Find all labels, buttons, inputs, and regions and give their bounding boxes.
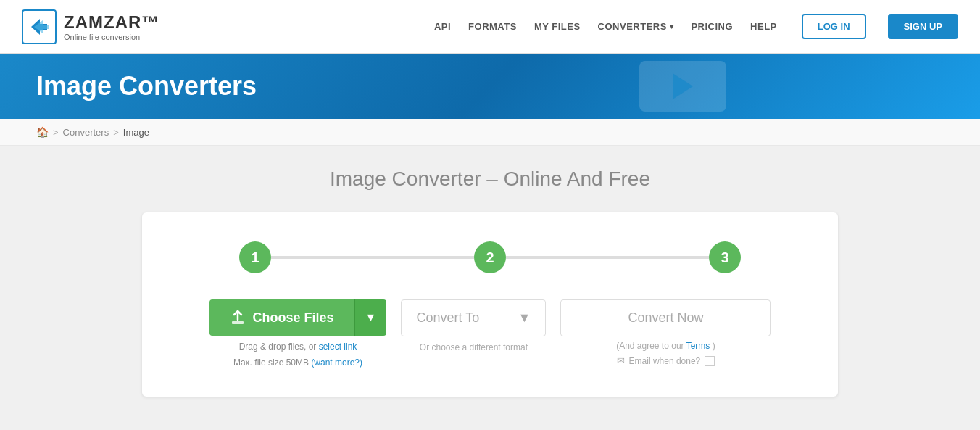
breadcrumb: 🏠 > Converters > Image: [0, 119, 980, 146]
choose-files-info: Drag & drop files, or select link: [239, 342, 357, 352]
converter-card: 1 2 3 Choose Files ▼: [142, 212, 838, 397]
agree-prefix: (And agree to our: [616, 341, 684, 351]
page-title: Image Converter – Online And Free: [36, 168, 944, 191]
step-line-1: [271, 256, 474, 259]
convert-to-select[interactable]: Convert To ▼: [401, 299, 546, 336]
logo-icon: [22, 9, 57, 44]
nav-formats[interactable]: FORMATS: [468, 21, 517, 32]
max-file-text: Max. file size 50MB: [233, 357, 309, 368]
login-button[interactable]: LOG IN: [802, 14, 866, 39]
choose-files-dropdown-button[interactable]: ▼: [354, 299, 387, 336]
header: ZAMZAR™ Online file conversion API FORMA…: [0, 0, 980, 54]
choose-files-area: Choose Files ▼ Drag & drop files, or sel…: [209, 299, 387, 368]
choose-files-btn-group: Choose Files ▼: [209, 299, 387, 336]
select-link[interactable]: select link: [319, 342, 357, 352]
step-3: 3: [709, 241, 741, 273]
nav-pricing[interactable]: PRICING: [691, 21, 733, 32]
max-file-info: Max. file size 50MB (want more?): [233, 357, 362, 368]
drag-drop-text: Drag & drop files, or: [239, 342, 319, 352]
step-line-2: [506, 256, 709, 259]
agree-suffix: ): [713, 341, 715, 351]
choose-files-label: Choose Files: [253, 310, 334, 326]
step-2: 2: [474, 241, 506, 273]
convert-to-label: Convert To: [416, 310, 479, 326]
signup-button[interactable]: SIGN UP: [888, 14, 958, 39]
terms-link[interactable]: Terms: [686, 341, 710, 351]
convert-to-hint: Or choose a different format: [420, 342, 528, 352]
choose-files-button[interactable]: Choose Files: [209, 299, 354, 336]
breadcrumb-current: Image: [123, 127, 149, 138]
nav-converters[interactable]: CONVERTERS ▾: [598, 21, 674, 32]
choose-files-dropdown-icon: ▼: [365, 311, 377, 323]
nav: API FORMATS MY FILES CONVERTERS ▾ PRICIN…: [434, 14, 958, 39]
breadcrumb-sep-2: >: [113, 127, 119, 138]
banner-title: Image Converters: [36, 71, 257, 102]
logo[interactable]: ZAMZAR™ Online file conversion: [22, 9, 159, 44]
nav-my-files[interactable]: MY FILES: [534, 21, 581, 32]
play-icon: [673, 73, 693, 99]
banner-play-area: [639, 61, 726, 112]
want-more-link[interactable]: (want more?): [311, 357, 362, 368]
nav-api[interactable]: API: [434, 21, 451, 32]
logo-subtitle: Online file conversion: [64, 33, 159, 41]
convert-to-dropdown-icon: ▼: [518, 310, 531, 326]
email-icon: ✉: [617, 355, 625, 366]
convert-now-area: Convert Now (And agree to our Terms ) ✉ …: [560, 299, 771, 366]
main-content: Image Converter – Online And Free 1 2 3: [0, 146, 980, 430]
email-checkbox[interactable]: [705, 356, 715, 366]
svg-rect-2: [232, 321, 244, 324]
step-1: 1: [239, 241, 271, 273]
home-icon: 🏠: [36, 126, 49, 138]
agree-text: (And agree to our Terms ): [616, 341, 715, 351]
nav-help[interactable]: HELP: [750, 21, 777, 32]
breadcrumb-home[interactable]: 🏠: [36, 126, 49, 138]
banner: Image Converters: [0, 54, 980, 119]
converters-dropdown-icon: ▾: [670, 22, 674, 30]
email-row: ✉ Email when done?: [617, 355, 715, 366]
convert-to-area: Convert To ▼ Or choose a different forma…: [401, 299, 546, 352]
logo-name: ZAMZAR™: [64, 12, 159, 33]
breadcrumb-sep-1: >: [53, 127, 59, 138]
steps-row: 1 2 3: [178, 241, 802, 273]
convert-now-button[interactable]: Convert Now: [560, 299, 771, 336]
form-row: Choose Files ▼ Drag & drop files, or sel…: [178, 299, 802, 368]
breadcrumb-converters[interactable]: Converters: [63, 127, 109, 138]
upload-icon: [230, 310, 246, 326]
email-label: Email when done?: [629, 356, 701, 366]
